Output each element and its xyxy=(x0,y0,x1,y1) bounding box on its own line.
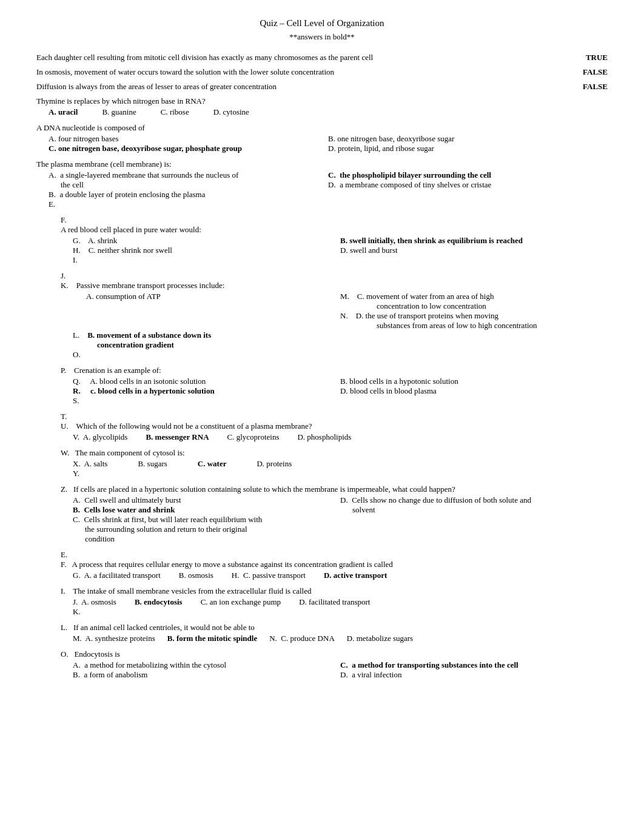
q6-opt-e: E. xyxy=(49,200,328,209)
q13-opt-d: D. active transport xyxy=(324,571,387,580)
q16-opt-d: D. a viral infection xyxy=(340,670,608,680)
q12-opt-b: B. Cells lose water and shrink xyxy=(73,505,340,515)
q7-text: A red blood cell placed in pure water wo… xyxy=(61,225,608,235)
q6-opt-d: D. a membrane composed of tiny shelves o… xyxy=(328,180,608,190)
q16-options: A. a method for metabolizing within the … xyxy=(73,660,608,680)
q9-options: Q. A. blood cells in an isotonic solutio… xyxy=(73,377,608,406)
q3-text: Diffusion is always from the areas of le… xyxy=(36,82,546,92)
q8-opt-a: A. consumption of ATP xyxy=(73,292,340,301)
q15-opt-a: M. A. synthesize proteins xyxy=(73,634,155,643)
q15-options: M. A. synthesize proteins B. form the mi… xyxy=(73,634,608,643)
q13-options: G. A. a facilitated transport B. osmosis… xyxy=(73,571,608,580)
q16-opt-a: A. a method for metabolizing within the … xyxy=(73,660,340,670)
q8-text: K. Passive membrane transport processes … xyxy=(61,281,608,290)
q7-label-f: F. xyxy=(61,215,608,225)
q14-opt-c: C. an ion exchange pump xyxy=(201,597,281,607)
question-q10: T. U. Which of the following would not b… xyxy=(61,412,608,442)
question-q8: J. K. Passive membrane transport process… xyxy=(61,271,608,360)
q7-opt-b: B. swell initially, then shrink as equil… xyxy=(340,236,608,246)
q14-opt-a: J. A. osmosis xyxy=(73,597,116,607)
q12-opt-a: A. Cell swell and ultimately burst xyxy=(73,495,340,505)
q14-opt-b: B. endocytosis xyxy=(135,597,183,607)
q12-options: A. Cell swell and ultimately burst B. Ce… xyxy=(73,495,608,544)
q11-opt-d: D. proteins xyxy=(257,459,292,469)
q12-opt-c: C. Cells shrink at first, but will later… xyxy=(73,515,340,525)
question-q12: Z. If cells are placed in a hypertonic s… xyxy=(61,485,608,544)
q2-text: In osmosis, movement of water occurs tow… xyxy=(36,67,558,77)
q8-opt-m2: concentration to low concentration xyxy=(377,301,608,311)
q9-opt-b: B. blood cells in a hypotonic solution xyxy=(340,377,608,386)
q7-options: G. A. shrink H. C. neither shrink nor sw… xyxy=(73,236,608,265)
q5-opt-a: A. four nitrogen bases xyxy=(49,134,328,144)
q12-opt-d2: solvent xyxy=(352,505,608,515)
q1-text: Each daughter cell resulting from mitoti… xyxy=(36,53,562,62)
question-q1: Each daughter cell resulting from mitoti… xyxy=(36,53,608,62)
question-q14: I. The intake of small membrane vesicles… xyxy=(61,586,608,617)
q8-opt-n: N. D. the use of transport proteins when… xyxy=(340,311,608,321)
q6-options: A. a single-layered membrane that surrou… xyxy=(49,170,608,209)
q8-options: A. consumption of ATP M. C. movement of … xyxy=(73,292,608,330)
q6-opt-b: B. a double layer of protein enclosing t… xyxy=(49,190,328,200)
q13-opt-a: G. A. a facilitated transport xyxy=(73,571,161,580)
q13-opt-b: B. osmosis xyxy=(179,571,213,580)
q4-opt-d: D. cytosine xyxy=(213,107,249,117)
question-q2: In osmosis, movement of water occurs tow… xyxy=(36,67,608,77)
q15-text: L. If an animal cell lacked centrioles, … xyxy=(61,623,608,632)
q16-opt-c: C. a method for transporting substances … xyxy=(340,660,608,670)
q7-label-i: I. xyxy=(73,255,340,265)
q4-text: Thymine is replaces by which nitrogen ba… xyxy=(36,96,608,106)
q11-label-y: Y. xyxy=(73,469,608,478)
q11-opt-a: X. A. salts xyxy=(73,459,107,469)
q6-opt-a: A. a single-layered membrane that surrou… xyxy=(49,170,328,180)
q7-opt-d: D. swell and burst xyxy=(340,246,608,255)
q11-text: W. The main component of cytosol is: xyxy=(61,448,608,458)
question-q15: L. If an animal cell lacked centrioles, … xyxy=(61,623,608,643)
q9-opt-a: Q. A. blood cells in an isotonic solutio… xyxy=(73,377,340,386)
question-q9: P. Crenation is an example of: Q. A. blo… xyxy=(61,366,608,406)
q13-text: F. A process that requires cellular ener… xyxy=(61,560,608,569)
q8-opt-m: M. C. movement of water from an area of … xyxy=(340,292,608,301)
q16-opt-b: B. a form of anabolism xyxy=(73,670,340,680)
q8-labels: J. xyxy=(61,271,608,281)
q5-options: A. four nitrogen bases C. one nitrogen b… xyxy=(49,134,608,153)
q7-opt-c: H. C. neither shrink nor swell xyxy=(73,246,340,255)
q10-opt-d: D. phospholipids xyxy=(297,432,351,442)
q12-text: Z. If cells are placed in a hypertonic s… xyxy=(61,485,608,494)
q11-opt-b: B. sugars xyxy=(138,459,167,469)
q13-opt-c: H. C. passive transport xyxy=(232,571,306,580)
q5-text: A DNA nucleotide is composed of xyxy=(36,123,608,133)
q14-options: J. A. osmosis B. endocytosis C. an ion e… xyxy=(73,597,608,607)
q11-options: X. A. salts B. sugars C. water D. protei… xyxy=(73,459,608,469)
q5-opt-b: B. one nitrogen base, deoxyribose sugar xyxy=(328,134,608,144)
q6-opt-a2: the cell xyxy=(61,180,328,190)
q8-opt-n2: substances from areas of low to high con… xyxy=(377,321,608,330)
q9-opt-d: D. blood cells in blood plasma xyxy=(340,386,608,396)
q15-opt-c: N. C. produce DNA xyxy=(269,634,335,643)
q16-text: O. Endocytosis is xyxy=(61,649,608,659)
questions-container: Each daughter cell resulting from mitoti… xyxy=(36,53,608,680)
question-q13: F. A process that requires cellular ener… xyxy=(61,560,608,580)
blank-e: E. xyxy=(61,550,608,560)
q7-opt-a: G. A. shrink xyxy=(73,236,340,246)
q5-opt-c: C. one nitrogen base, deoxyribose sugar,… xyxy=(49,144,328,153)
q12-opt-c2: the surrounding solution and return to t… xyxy=(85,525,340,534)
q12-opt-c3: condition xyxy=(85,534,340,544)
question-q4: Thymine is replaces by which nitrogen ba… xyxy=(36,96,608,117)
q9-label-s: S. xyxy=(73,396,340,406)
q8-opt-l: L. B. movement of a substance down its xyxy=(73,330,608,340)
q4-options: A. uracil B. guanine C. ribose D. cytosi… xyxy=(49,107,608,117)
question-q7: F. A red blood cell placed in pure water… xyxy=(61,215,608,265)
quiz-subtitle: **answers in bold** xyxy=(36,32,608,42)
question-q6: The plasma membrane (cell membrane) is: … xyxy=(36,159,608,209)
q1-answer: TRUE xyxy=(586,53,608,62)
q4-opt-a: A. uracil xyxy=(49,107,78,117)
question-q11: W. The main component of cytosol is: X. … xyxy=(61,448,608,478)
q5-opt-d: D. protein, lipid, and ribose sugar xyxy=(328,144,608,153)
q8-opt-l2: concentration gradient xyxy=(97,340,608,350)
q2-answer: FALSE xyxy=(583,67,608,77)
q11-opt-c: C. water xyxy=(198,459,227,469)
page-title: Quiz – Cell Level of Organization **answ… xyxy=(36,18,608,42)
q8-label-o: O. xyxy=(73,350,608,360)
q15-opt-d: D. metabolize sugars xyxy=(347,634,413,643)
question-q16: O. Endocytosis is A. a method for metabo… xyxy=(61,649,608,680)
